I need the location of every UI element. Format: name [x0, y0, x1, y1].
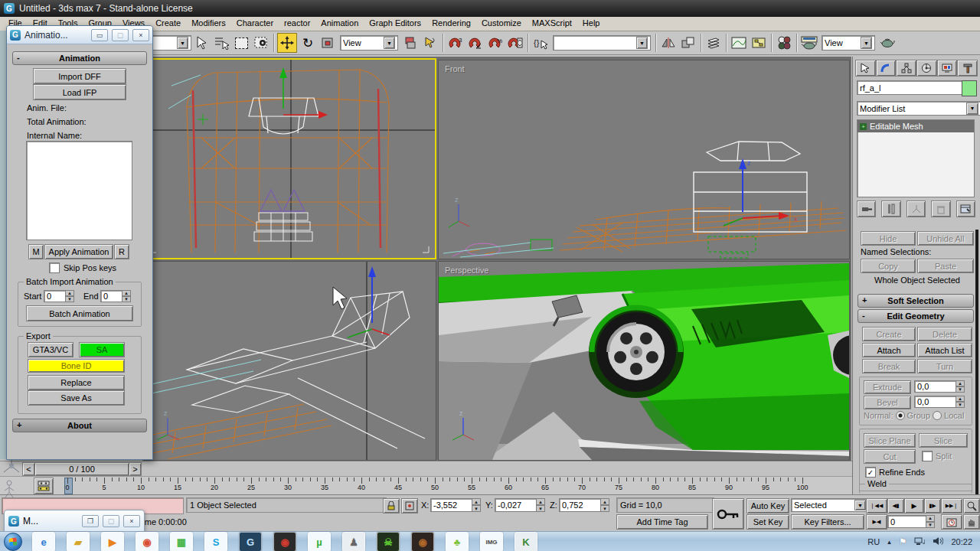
menu-modifiers[interactable]: Modifiers	[186, 17, 231, 29]
key-mode-dropdown[interactable]: Selected ▼	[791, 498, 869, 512]
save-as-button[interactable]: Save As	[28, 390, 125, 406]
import-dff-button[interactable]: Import DFF	[33, 68, 126, 84]
copy-button[interactable]: Copy	[861, 259, 916, 273]
extrude-value-field[interactable]: 0,0	[914, 380, 960, 393]
delete-button[interactable]: Delete	[917, 327, 972, 341]
tab-create[interactable]	[855, 60, 876, 77]
batch-animation-button[interactable]: Batch Animation	[26, 305, 133, 321]
percent-snap-icon[interactable]: %	[486, 34, 505, 52]
taskbar-icon-utorrent[interactable]: µ	[308, 532, 331, 551]
selection-lock-icon[interactable]	[383, 498, 400, 514]
show-end-result-icon[interactable]	[881, 201, 900, 217]
animation-listbox[interactable]	[26, 141, 132, 240]
pan-view-icon[interactable]	[963, 514, 980, 530]
viewport-bottom-left[interactable]: z	[144, 261, 436, 461]
volume-icon[interactable]	[933, 536, 943, 547]
modifier-list-dropdown[interactable]: Modifier List ▼	[857, 101, 980, 116]
select-and-scale-icon[interactable]	[318, 34, 337, 52]
add-time-tag-button[interactable]: Add Time Tag	[616, 514, 708, 530]
group-radio[interactable]	[896, 411, 905, 420]
start-spinner[interactable]: ▲▼	[65, 290, 74, 302]
current-frame-spinner[interactable]: ▲▼	[926, 515, 935, 528]
key-filters-button[interactable]: Key Filters...	[791, 514, 864, 530]
language-indicator[interactable]: RU	[867, 537, 880, 546]
taskbar-icon-key-tool[interactable]: K	[514, 532, 537, 551]
configure-modifier-sets-icon[interactable]	[956, 201, 975, 217]
window-crossing-icon[interactable]	[252, 34, 270, 52]
break-button[interactable]: Break	[862, 359, 916, 373]
menu-animation[interactable]: Animation	[315, 17, 364, 29]
taskbar-icon-chrome[interactable]: ◉	[136, 532, 158, 551]
menu-reactor[interactable]: reactor	[279, 17, 315, 29]
reference-coordinate-dropdown[interactable]: View ▼	[340, 35, 398, 51]
taskbar-icon-skype[interactable]: S	[204, 532, 227, 551]
slice-button[interactable]: Slice	[919, 433, 968, 448]
bevel-spinner[interactable]: ▲▼	[956, 396, 965, 408]
absolute-offset-mode-icon[interactable]	[401, 498, 418, 514]
selection-filter-dropdown[interactable]: ▼	[150, 35, 191, 51]
stack-item-editable-mesh[interactable]: + Editable Mesh	[858, 120, 974, 132]
menu-customize[interactable]: Customize	[476, 17, 527, 29]
r-button[interactable]: R	[114, 244, 129, 259]
bevel-value-field[interactable]: 0,0	[914, 396, 960, 408]
set-keys-button[interactable]	[712, 498, 744, 530]
viewport-label-perspective[interactable]: Perspective	[445, 266, 488, 275]
refine-ends-checkbox[interactable]: ✓	[865, 467, 876, 478]
tab-motion[interactable]	[916, 60, 937, 77]
previous-frame-button[interactable]: ◀▮	[887, 498, 904, 514]
goto-start-button[interactable]: ❘◀◀	[866, 498, 887, 514]
m-button[interactable]: M	[28, 244, 44, 259]
play-button[interactable]: ▶	[904, 498, 924, 514]
menu-maxscript[interactable]: MAXScript	[527, 17, 577, 29]
next-frame-button[interactable]: ▮▶	[924, 498, 941, 514]
attach-list-button[interactable]: Attach List	[917, 343, 972, 357]
network-icon[interactable]	[914, 536, 925, 547]
render-type-dropdown[interactable]: View ▼	[822, 35, 875, 51]
turn-button[interactable]: Turn	[917, 359, 972, 373]
align-icon[interactable]	[679, 34, 697, 52]
named-selection-dropdown[interactable]: ▼	[553, 35, 651, 51]
unhide-all-button[interactable]: Unhide All	[917, 231, 974, 246]
gta3vc-button[interactable]: GTA3/VC	[28, 342, 74, 357]
taskbar-icon-image-viewer[interactable]: ▦	[170, 532, 193, 551]
paste-button[interactable]: Paste	[917, 259, 974, 273]
replace-button[interactable]: Replace	[28, 375, 125, 390]
local-radio[interactable]	[933, 411, 942, 420]
viewport-top-left[interactable]	[144, 60, 435, 258]
select-by-name-icon[interactable]	[212, 34, 230, 52]
extrude-spinner[interactable]: ▲▼	[956, 380, 965, 393]
select-and-rotate-icon[interactable]: ↻	[299, 34, 317, 52]
dialog-minimize-button[interactable]: ▭	[91, 29, 108, 41]
use-pivot-point-center-icon[interactable]	[401, 34, 420, 52]
current-frame-field[interactable]: 0	[887, 515, 930, 528]
y-coord-spinner[interactable]: ▲▼	[536, 498, 545, 512]
edit-named-selections-icon[interactable]: {}	[531, 34, 550, 52]
x-coord-spinner[interactable]: ▲▼	[472, 498, 481, 512]
split-checkbox[interactable]	[922, 451, 933, 461]
taskbar-icon-3dsmax[interactable]: G	[239, 532, 262, 551]
tab-display[interactable]	[937, 60, 958, 77]
mini-maximize-button[interactable]: ▢	[103, 515, 119, 527]
rectangular-selection-region-icon[interactable]	[232, 34, 250, 52]
taskbar-icon-ie[interactable]: e	[32, 532, 55, 551]
skip-pos-keys-checkbox[interactable]	[49, 262, 60, 273]
zoom-icon[interactable]	[963, 498, 980, 514]
taskbar-icon-cd-tool[interactable]: ◉	[411, 532, 434, 551]
time-slider-prev[interactable]: <	[22, 462, 35, 476]
time-configuration-icon[interactable]	[941, 514, 962, 530]
dialog-close-button[interactable]: ×	[132, 29, 149, 41]
time-slider-next[interactable]: >	[129, 462, 142, 476]
tab-utilities[interactable]	[957, 60, 978, 77]
key-mode-toggle-button[interactable]: ▶◀	[866, 514, 887, 530]
cut-button[interactable]: Cut	[864, 449, 916, 464]
sa-button[interactable]: SA	[79, 342, 125, 357]
apply-animation-button[interactable]: Apply Animation	[44, 244, 113, 259]
taskbar-icon-explorer[interactable]: ▰	[67, 532, 90, 551]
end-spinner[interactable]: ▲▼	[122, 290, 131, 302]
track-bar[interactable]: 0510152025303540455055606570758085909510…	[0, 476, 852, 495]
modifier-stack[interactable]: + Editable Mesh	[857, 119, 975, 197]
snap-toggle-3d-icon[interactable]: 3	[446, 34, 465, 52]
about-rollout[interactable]: + About	[12, 419, 147, 432]
hide-button[interactable]: Hide	[861, 231, 916, 246]
auto-key-button[interactable]: Auto Key	[746, 498, 789, 514]
